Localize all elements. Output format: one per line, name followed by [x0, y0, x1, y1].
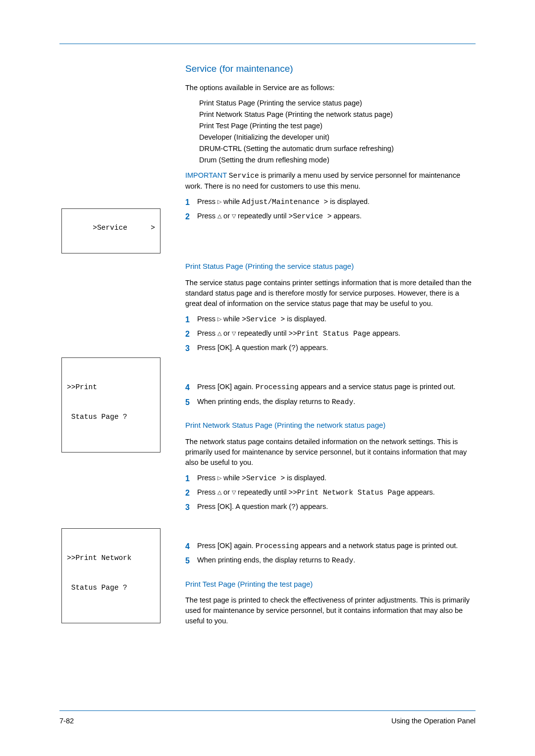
lcd-display-print-network: >>Print Network Status Page ? [61, 528, 160, 623]
list-item: Print Test Page (Printing the test page) [199, 121, 476, 131]
footer-title: Using the Operation Panel [391, 716, 476, 726]
step-text: Press [OK]. A question mark (?) appears. [197, 343, 476, 354]
top-rule [59, 44, 476, 44]
list-item: DRUM-CTRL (Setting the automatic drum su… [199, 144, 476, 154]
step-2: 2 Press △ or ▽ repeatedly until >>Print … [185, 328, 476, 340]
step-number: 5 [185, 397, 197, 408]
step-number: 1 [185, 314, 197, 325]
triangle-up-icon: △ [217, 490, 221, 495]
pnsp-body: The network status page contains detaile… [185, 437, 476, 468]
triangle-down-icon: ▽ [232, 331, 236, 336]
content-area: >Service> >>Print Status Page ? >>Print … [59, 62, 476, 631]
step-number: 2 [185, 211, 197, 222]
list-item: Print Status Page (Printing the service … [199, 98, 476, 108]
step-text: Press [OK] again. Processing appears and… [197, 541, 476, 552]
service-steps: 1 Press ▷ while Adjust/Maintenance > is … [185, 197, 476, 222]
important-note: IMPORTANT Service is primarily a menu us… [185, 170, 476, 192]
step-text: Press [OK]. A question mark (?) appears. [197, 502, 476, 513]
psp-steps: 1 Press ▷ while >Service > is displayed.… [185, 314, 476, 408]
ptp-body: The test page is printed to check the ef… [185, 595, 476, 626]
right-column: Service (for maintenance) The options av… [173, 62, 476, 631]
step-3: 3 Press [OK]. A question mark (?) appear… [185, 502, 476, 513]
lcd-line-2: Status Page ? [67, 412, 155, 422]
step-text: Press △ or ▽ repeatedly until >>Print St… [197, 328, 476, 340]
triangle-right-icon: ▷ [217, 316, 221, 322]
lcd-display-service: >Service> [61, 208, 160, 253]
pnsp-steps: 1 Press ▷ while >Service > is displayed.… [185, 473, 476, 567]
footer-rule [59, 710, 476, 711]
step-4: 4 Press [OK] again. Processing appears a… [185, 541, 476, 552]
options-list: Print Status Page (Printing the service … [185, 98, 476, 165]
step-number: 4 [185, 382, 197, 393]
list-item: Drum (Setting the drum refleshing mode) [199, 155, 476, 165]
step-number: 4 [185, 541, 197, 552]
page-footer: 7-82 Using the Operation Panel [59, 710, 476, 726]
sub-heading-print-network: Print Network Status Page (Printing the … [185, 420, 476, 431]
footer-row: 7-82 Using the Operation Panel [59, 716, 476, 726]
step-number: 5 [185, 555, 197, 566]
step-1: 1 Press ▷ while >Service > is displayed. [185, 473, 476, 484]
step-text: Press △ or ▽ repeatedly until >>Print Ne… [197, 487, 476, 499]
step-2: 2 Press △ or ▽ repeatedly until >Service… [185, 211, 476, 222]
intro-text: The options available in Service are as … [185, 83, 476, 93]
step-number: 1 [185, 197, 197, 208]
step-number: 3 [185, 502, 197, 513]
list-item: Print Network Status Page (Printing the … [199, 109, 476, 120]
step-number: 2 [185, 487, 197, 499]
list-item: Developer (Initializing the developer un… [199, 132, 476, 143]
important-code: Service [229, 172, 259, 180]
step-1: 1 Press ▷ while Adjust/Maintenance > is … [185, 197, 476, 208]
step-text: When printing ends, the display returns … [197, 397, 476, 408]
triangle-right-icon: ▷ [217, 475, 221, 481]
step-2: 2 Press △ or ▽ repeatedly until >>Print … [185, 487, 476, 499]
step-4: 4 Press [OK] again. Processing appears a… [185, 382, 476, 393]
lcd-line-1: >>Print [67, 382, 155, 392]
important-body: is primarily a menu used by service pers… [185, 171, 460, 190]
psp-body: The service status page contains printer… [185, 278, 476, 309]
triangle-right-icon: ▷ [217, 199, 221, 204]
left-column: >Service> >>Print Status Page ? >>Print … [59, 62, 173, 631]
lcd-text: >Service [93, 224, 127, 232]
step-text: When printing ends, the display returns … [197, 555, 476, 566]
lcd-arrow-right: > [151, 223, 155, 233]
lcd-line-2: Status Page ? [67, 583, 155, 593]
step-number: 3 [185, 343, 197, 354]
step-text: Press ▷ while >Service > is displayed. [197, 473, 476, 484]
main-heading: Service (for maintenance) [185, 62, 476, 76]
step-5: 5 When printing ends, the display return… [185, 555, 476, 566]
step-text: Press ▷ while >Service > is displayed. [197, 314, 476, 325]
step-number: 1 [185, 473, 197, 484]
step-text: Press [OK] again. Processing appears and… [197, 382, 476, 393]
triangle-down-icon: ▽ [232, 490, 236, 495]
sub-heading-print-status: Print Status Page (Printing the service … [185, 261, 476, 272]
step-1: 1 Press ▷ while >Service > is displayed. [185, 314, 476, 325]
step-text: Press △ or ▽ repeatedly until >Service >… [197, 211, 476, 222]
sub-heading-print-test: Print Test Page (Printing the test page) [185, 579, 476, 590]
step-5: 5 When printing ends, the display return… [185, 397, 476, 408]
lcd-line-1: >>Print Network [67, 553, 155, 563]
step-number: 2 [185, 328, 197, 340]
lcd-display-print-status: >>Print Status Page ? [61, 357, 160, 453]
triangle-up-icon: △ [217, 213, 221, 219]
page-number: 7-82 [59, 716, 74, 726]
step-text: Press ▷ while Adjust/Maintenance > is di… [197, 197, 476, 208]
triangle-down-icon: ▽ [232, 213, 236, 219]
important-label: IMPORTANT [185, 171, 227, 179]
triangle-up-icon: △ [217, 331, 221, 336]
step-3: 3 Press [OK]. A question mark (?) appear… [185, 343, 476, 354]
